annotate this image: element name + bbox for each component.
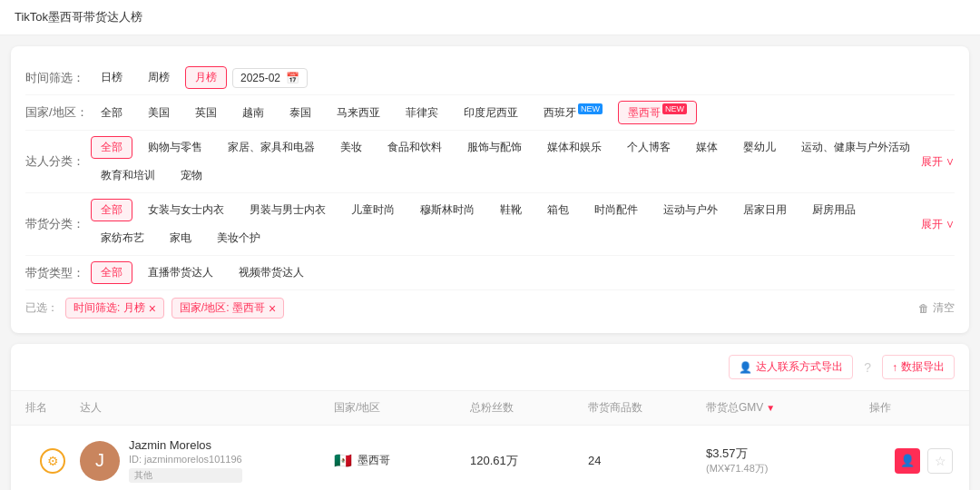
goods-textile-btn[interactable]: 家纺布艺 (91, 227, 154, 250)
country-mx-btn[interactable]: 墨西哥NEW (618, 101, 697, 124)
data-toolbar: 👤 达人联系方式导出 ? ↑ 数据导出 (11, 344, 969, 391)
time-filter-label: 时间筛选： (25, 70, 91, 86)
goods-household-btn[interactable]: 居家日用 (733, 199, 797, 221)
goods-cosmetics-btn[interactable]: 美妆个护 (207, 227, 270, 250)
export-contact-btn[interactable]: 👤 达人联系方式导出 (729, 355, 853, 379)
selected-tags-row: 已选： 时间筛选: 月榜 × 国家/地区: 墨西哥 × 🗑 清空 (25, 290, 955, 318)
th-action-label: 操作 (869, 400, 891, 416)
category-sports-btn[interactable]: 运动、健康与户外活动 (791, 136, 920, 159)
avatar-1: J (80, 441, 120, 481)
time-month-btn[interactable]: 月榜 (185, 66, 227, 89)
time-day-btn[interactable]: 日榜 (91, 66, 132, 89)
country-cell-1: 🇲🇽 墨西哥 (334, 452, 470, 469)
th-goods-label: 带货商品数 (588, 400, 642, 416)
goods-kitchen-btn[interactable]: 厨房用品 (802, 199, 866, 221)
country-th-btn[interactable]: 泰国 (279, 102, 321, 124)
goods-outdoor-btn[interactable]: 运动与户外 (653, 199, 728, 221)
country-name-1: 墨西哥 (358, 453, 390, 468)
category-beauty-btn[interactable]: 美妆 (330, 136, 372, 159)
time-week-btn[interactable]: 周榜 (138, 66, 180, 89)
flag-1: 🇲🇽 (334, 452, 352, 469)
category-press-btn[interactable]: 媒体 (686, 136, 728, 159)
goods-kids-btn[interactable]: 儿童时尚 (341, 199, 405, 221)
selected-tag-country[interactable]: 国家/地区: 墨西哥 × (172, 298, 284, 318)
country-vn-btn[interactable]: 越南 (232, 102, 274, 124)
type-live-btn[interactable]: 直播带货达人 (138, 261, 223, 284)
page-title: TikTok墨西哥带货达人榜 (15, 10, 142, 24)
time-filter-items: 日榜 周榜 月榜 2025-02 📅 (91, 66, 955, 89)
country-filter-label: 国家/地区： (25, 104, 91, 121)
category-pet-btn[interactable]: 宠物 (171, 164, 212, 187)
th-country-label: 国家/地区 (334, 400, 380, 416)
country-es-btn[interactable]: 西班牙NEW (534, 101, 612, 124)
th-gmv[interactable]: 带货总GMV▼ (706, 400, 869, 416)
table-row: ⚙ J Jazmin Morelos ID: jazminmorelos1011… (11, 426, 969, 490)
gmv-sub-1: (MX¥71.48万) (706, 462, 869, 475)
export-contact-label: 达人联系方式导出 (756, 359, 843, 375)
category-blog-btn[interactable]: 个人博客 (617, 136, 681, 159)
goods-filter-label: 带货分类： (25, 216, 91, 232)
clear-all-btn[interactable]: 🗑 清空 (918, 300, 955, 316)
type-filter-items: 全部 直播带货达人 视频带货达人 (91, 261, 955, 284)
tag-country-text: 国家/地区: 墨西哥 (180, 300, 265, 316)
category-filter-label: 达人分类： (25, 153, 91, 170)
category-shopping-btn[interactable]: 购物与零售 (138, 136, 212, 159)
data-panel: 👤 达人联系方式导出 ? ↑ 数据导出 排名 达人 国家/地区 总粉丝数 带货商… (11, 344, 969, 490)
export-data-btn[interactable]: ↑ 数据导出 (882, 355, 955, 379)
category-filter-row: 达人分类： 全部 购物与零售 家居、家具和电器 美妆 食品和饮料 服饰与配饰 媒… (25, 131, 955, 193)
category-fashion-btn[interactable]: 服饰与配饰 (457, 136, 532, 159)
country-filter-row: 国家/地区： 全部 美国 英国 越南 泰国 马来西亚 菲律宾 印度尼西亚 西班牙… (25, 95, 955, 131)
category-expand-btn[interactable]: 展开 ∨ (921, 154, 955, 170)
goods-women-btn[interactable]: 女装与女士内衣 (138, 199, 234, 221)
type-all-btn[interactable]: 全部 (91, 261, 132, 284)
goods-accessories-btn[interactable]: 时尚配件 (584, 199, 648, 221)
country-uk-btn[interactable]: 英国 (185, 102, 227, 124)
type-video-btn[interactable]: 视频带货达人 (229, 261, 314, 284)
category-food-btn[interactable]: 食品和饮料 (377, 136, 452, 159)
goods-expand-btn[interactable]: 展开 ∨ (921, 217, 955, 232)
category-home-btn[interactable]: 家居、家具和电器 (218, 136, 325, 159)
th-influencer: 达人 (80, 400, 334, 416)
th-rank: 排名 (25, 400, 80, 416)
goods-bags-btn[interactable]: 箱包 (537, 199, 579, 221)
country-my-btn[interactable]: 马来西亚 (327, 102, 390, 124)
category-baby-btn[interactable]: 婴幼儿 (733, 136, 786, 159)
th-goods: 带货商品数 (588, 400, 706, 416)
time-filter-row: 时间筛选： 日榜 周榜 月榜 2025-02 📅 (25, 61, 955, 95)
goods-all-btn[interactable]: 全部 (91, 199, 132, 221)
goods-muslim-btn[interactable]: 穆斯林时尚 (410, 199, 485, 221)
influencer-id-1: ID: jazminmorelos101196 (129, 454, 242, 465)
selected-tag-time[interactable]: 时间筛选: 月榜 × (65, 298, 164, 318)
star-btn-1[interactable]: ☆ (927, 448, 953, 474)
export-data-icon: ↑ (892, 361, 897, 374)
type-filter-label: 带货类型： (25, 265, 91, 281)
category-media-btn[interactable]: 媒体和娱乐 (537, 136, 612, 159)
export-contact-icon: 👤 (739, 361, 752, 374)
date-value: 2025-02 (240, 72, 280, 84)
influencer-info-1: Jazmin Morelos ID: jazminmorelos101196 其… (129, 438, 242, 483)
fans-cell-1: 120.61万 (470, 453, 588, 469)
goods-cell-1: 24 (588, 454, 706, 467)
country-ph-btn[interactable]: 菲律宾 (396, 102, 448, 124)
goods-men-btn[interactable]: 男装与男士内衣 (240, 199, 336, 221)
category-all-btn[interactable]: 全部 (91, 136, 132, 159)
th-fans: 总粉丝数 (470, 400, 588, 416)
help-icon[interactable]: ? (864, 360, 871, 375)
calendar-icon: 📅 (286, 72, 299, 84)
goods-appliance-btn[interactable]: 家电 (160, 227, 201, 250)
date-picker[interactable]: 2025-02 📅 (232, 68, 308, 88)
selected-label: 已选： (25, 300, 58, 316)
goods-shoes-btn[interactable]: 鞋靴 (490, 199, 532, 221)
tag-time-text: 时间筛选: 月榜 (74, 300, 145, 316)
country-id-btn[interactable]: 印度尼西亚 (454, 102, 528, 124)
category-edu-btn[interactable]: 教育和培训 (91, 164, 165, 187)
page-header: TikTok墨西哥带货达人榜 (0, 0, 980, 35)
country-usa-btn[interactable]: 美国 (138, 102, 180, 124)
gmv-main-1: $3.57万 (706, 446, 869, 462)
th-country: 国家/地区 (334, 400, 470, 416)
contact-btn-1[interactable]: 👤 (895, 448, 920, 474)
country-all-btn[interactable]: 全部 (91, 102, 132, 124)
influencer-tag-1: 其他 (129, 468, 242, 483)
tag-time-close[interactable]: × (149, 302, 156, 315)
tag-country-close[interactable]: × (269, 302, 276, 315)
